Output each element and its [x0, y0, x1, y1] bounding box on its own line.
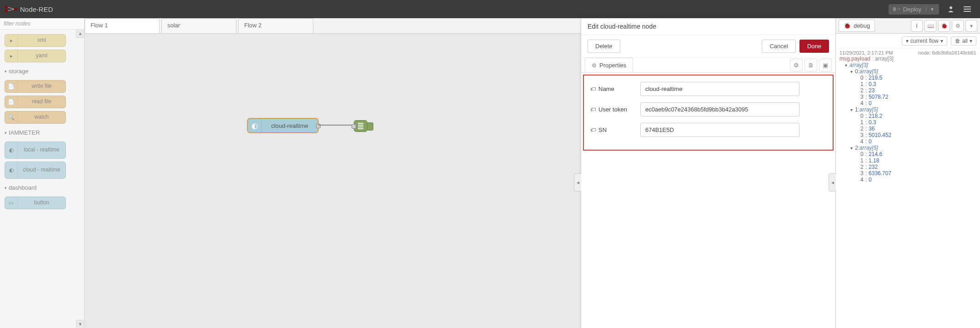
file-icon: 📄 [5, 81, 18, 92]
chevron-down-icon: ▾ [5, 69, 7, 74]
svg-rect-7 [964, 11, 971, 12]
menu-icon[interactable] [959, 6, 975, 12]
tab-flow-1[interactable]: Flow 1 [85, 18, 160, 33]
appearance-icon: ▣ [823, 62, 828, 69]
sn-input[interactable] [640, 123, 799, 137]
chevron-down-icon: ▾ [5, 186, 7, 190]
svg-point-4 [950, 6, 952, 9]
config-button[interactable]: ⚙ [952, 20, 964, 32]
palette-node-local-realtime[interactable]: ◐ local - realtime [5, 141, 66, 159]
parser-icon: ▸ [5, 35, 18, 46]
wire [318, 125, 354, 126]
user-icon[interactable] [943, 5, 959, 13]
node-description-button[interactable]: 🗎 [804, 59, 817, 71]
palette-category-iammeter[interactable]: ▾ IAMMETER [3, 126, 81, 139]
book-icon: 📖 [927, 23, 934, 29]
edit-tray-title: Edit cloud-realtime node [581, 18, 835, 35]
bug-icon: 🐞 [844, 22, 851, 29]
done-button[interactable]: Done [799, 40, 829, 53]
gauge-icon: ◐ [5, 162, 18, 178]
svg-rect-5 [964, 6, 971, 7]
tab-flow-2[interactable]: Flow 2 [238, 18, 313, 33]
trash-icon: 🗑 [955, 38, 960, 44]
deploy-icon [893, 6, 900, 12]
cancel-button[interactable]: Cancel [762, 40, 795, 53]
gear-icon: ⚙ [794, 62, 799, 69]
msg-timestamp: 11/29/2021, 2:17:21 PM [839, 50, 893, 56]
json-item-1[interactable]: ▾1: array[5] [839, 106, 976, 113]
node-palette: ▲ ▼ ▸ xml ▸ yaml ▾ storage 📄 write file … [0, 18, 85, 328]
clear-button[interactable]: 🗑 all ▾ [951, 36, 976, 45]
json-root[interactable]: ▾array[3] [839, 62, 976, 68]
deploy-button[interactable]: Deploy ▼ [889, 4, 939, 15]
palette-category-dashboard[interactable]: ▾ dashboard [3, 182, 81, 194]
button-icon: ▭ [5, 197, 18, 209]
palette-category-storage[interactable]: ▾ storage [3, 65, 81, 77]
chevron-down-icon: ▾ [940, 38, 943, 44]
tab-solar[interactable]: solar [161, 18, 236, 33]
palette-node-button[interactable]: ▭ button [5, 197, 66, 209]
json-item-0[interactable]: ▾0: array[5] [839, 68, 976, 75]
input-port[interactable] [352, 124, 356, 129]
sidebar-resize-handle[interactable]: ◂ [829, 173, 836, 192]
filter-icon: ▾ [906, 38, 909, 44]
user-token-input[interactable] [640, 102, 799, 116]
palette-node-cloud-realtime[interactable]: ◐ cloud - realtime [5, 161, 66, 179]
palette-node-write-file[interactable]: 📄 write file [5, 80, 66, 93]
name-input[interactable] [640, 82, 799, 96]
debug-sidebar: ◂ 🐞 debug i 📖 🐞 ⚙ ▾ ▾ current flow ▾ 🗑 a… [835, 18, 980, 328]
sn-label: 🏷SN [590, 126, 640, 133]
tag-icon: 🏷 [590, 86, 596, 92]
user-token-label: 🏷User token [590, 106, 640, 113]
debug-messages: 11/29/2021, 2:17:21 PM node: 6db3b8a1614… [836, 48, 980, 328]
palette-filter-input[interactable] [0, 18, 84, 30]
delete-button[interactable]: Delete [588, 40, 620, 53]
flow-node-debug[interactable] [354, 120, 367, 132]
properties-form: 🏷Name 🏷User token 🏷SN [583, 75, 834, 151]
json-item-2[interactable]: ▾2: array[5] [839, 145, 976, 151]
help-button[interactable]: 📖 [925, 20, 936, 32]
palette-node-xml[interactable]: ▸ xml [5, 34, 66, 47]
document-icon: 🗎 [808, 62, 814, 69]
search-icon: 🔍 [5, 111, 18, 123]
svg-rect-3 [893, 7, 896, 11]
edit-node-tray: ◂ Edit cloud-realtime node Delete Cancel… [581, 18, 835, 328]
gauge-icon: ◐ [248, 119, 261, 132]
parser-icon: ▸ [5, 50, 18, 62]
palette-node-watch[interactable]: 🔍 watch [5, 111, 66, 124]
svg-point-2 [14, 8, 17, 10]
bug-icon: 🐞 [941, 23, 948, 29]
app-logo: Node-RED [5, 5, 53, 13]
tray-resize-handle[interactable]: ◂ [574, 173, 581, 192]
svg-point-1 [5, 10, 8, 12]
svg-rect-6 [964, 9, 971, 10]
chevron-down-icon[interactable]: ▾ [965, 20, 977, 32]
chevron-down-icon: ▼ [926, 7, 935, 12]
chevron-down-icon: ▾ [970, 38, 972, 44]
name-label: 🏷Name [590, 86, 640, 92]
debug-toggle[interactable] [367, 122, 373, 131]
debug-tab[interactable]: 🐞 debug [839, 20, 875, 32]
msg-topic-key[interactable]: msg.payload [839, 56, 870, 62]
debug-icon [358, 123, 363, 129]
tag-icon: 🏷 [590, 127, 596, 133]
node-appearance-button[interactable]: ▣ [819, 59, 832, 71]
gauge-icon: ◐ [5, 142, 18, 158]
flow-node-cloud-realtime[interactable]: ◐ cloud-realtime [247, 118, 318, 133]
file-icon: 📄 [5, 96, 18, 108]
svg-point-0 [5, 6, 8, 9]
gear-icon: ⚙ [955, 23, 960, 29]
chevron-down-icon: ▾ [5, 131, 7, 135]
palette-node-yaml[interactable]: ▸ yaml [5, 50, 66, 62]
properties-tab[interactable]: ⚙ Properties [585, 58, 633, 72]
app-title: Node-RED [20, 5, 53, 13]
node-red-logo-icon [5, 5, 17, 13]
node-settings-button[interactable]: ⚙ [790, 59, 803, 71]
palette-node-read-file[interactable]: 📄 read file [5, 96, 66, 108]
filter-button[interactable]: ▾ current flow ▾ [902, 36, 947, 45]
msg-node-id[interactable]: node: 6db3b8a16149cb61 [918, 50, 976, 56]
workspace: Flow 1 solar Flow 2 ◐ cloud-realtime ◂ E… [85, 18, 835, 328]
tag-icon: 🏷 [590, 106, 596, 113]
debug-button[interactable]: 🐞 [938, 20, 950, 32]
info-button[interactable]: i [911, 20, 923, 32]
